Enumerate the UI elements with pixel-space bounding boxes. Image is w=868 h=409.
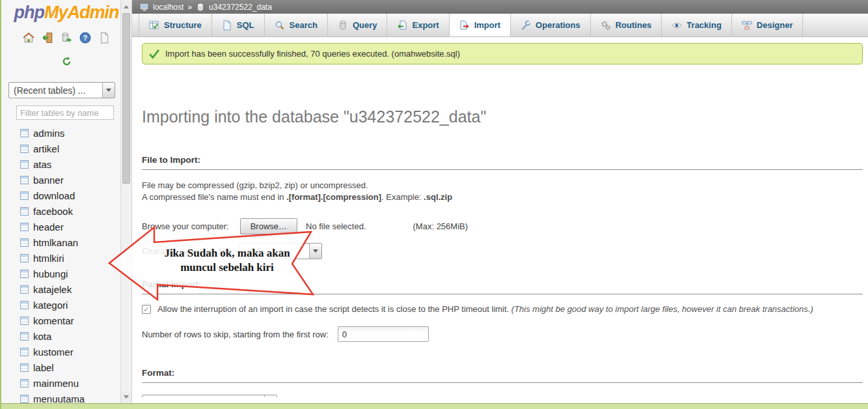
breadcrumb: localhost » u342372522_data <box>132 0 868 14</box>
sidebar-table-header[interactable]: header <box>1 219 131 234</box>
max-size-text: (Max: 256MiB) <box>413 221 468 231</box>
sidebar-table-kustomer[interactable]: kustomer <box>1 344 131 360</box>
success-message: Import has been successfully finished, 7… <box>142 43 863 64</box>
recent-tables-value: (Recent tables) ... <box>14 85 86 96</box>
phpmyadmin-window: phpMyAdmin ? (Recent tables) ... admins … <box>0 0 868 409</box>
tab-tracking[interactable]: Tracking <box>662 14 731 36</box>
sidebar-table-kota[interactable]: kota <box>1 328 131 344</box>
refresh-icon[interactable] <box>61 59 72 69</box>
breadcrumb-server[interactable]: localhost <box>153 3 183 12</box>
table-icon <box>20 363 29 372</box>
table-name: admins <box>33 128 64 139</box>
phpmyadmin-logo[interactable]: phpMyAdmin <box>1 0 131 23</box>
scroll-up-icon[interactable] <box>121 1 131 12</box>
tab-label: Designer <box>757 20 793 30</box>
file-import-notes: File may be compressed (gzip, bzip2, zip… <box>142 180 863 203</box>
database-export-icon[interactable] <box>61 32 72 46</box>
table-name: banner <box>33 175 64 186</box>
chevron-down-icon <box>309 244 321 259</box>
table-icon <box>20 145 29 153</box>
sidebar-scrollbar[interactable] <box>120 0 131 403</box>
browse-button[interactable]: Browse… <box>240 218 297 234</box>
table-name: kota <box>33 331 51 342</box>
recent-tables-select[interactable]: (Recent tables) ... <box>8 82 115 98</box>
structure-icon <box>149 20 159 31</box>
sidebar-table-hubungi[interactable]: hubungi <box>1 266 131 281</box>
charset-select[interactable]: utf-8 <box>239 243 322 259</box>
sidebar-table-atas[interactable]: atas <box>1 156 131 172</box>
table-name: facebook <box>33 206 73 217</box>
tab-designer[interactable]: Designer <box>732 14 804 36</box>
designer-icon <box>742 20 752 31</box>
import-icon <box>459 20 470 31</box>
sidebar-table-facebook[interactable]: facebook <box>1 203 131 219</box>
interrupt-checkbox-row: ✓ Allow the interruption of an import in… <box>142 304 863 314</box>
sidebar-table-komentar[interactable]: komentar <box>1 313 131 328</box>
routines-icon <box>601 20 611 31</box>
browse-label: Browse your computer: <box>142 221 229 231</box>
navigation-sidebar: phpMyAdmin ? (Recent tables) ... admins … <box>1 0 132 403</box>
table-name: hubungi <box>33 268 68 279</box>
sidebar-table-banner[interactable]: banner <box>1 172 131 188</box>
charset-value: utf-8 <box>245 246 262 256</box>
sidebar-table-label[interactable]: label <box>1 360 131 375</box>
sidebar-table-kategori[interactable]: kategori <box>1 297 131 313</box>
tab-search[interactable]: Search <box>265 14 328 36</box>
skip-rows-input[interactable] <box>338 326 429 342</box>
sidebar-table-htmlkanan[interactable]: htmlkanan <box>1 234 131 250</box>
tab-routines[interactable]: Routines <box>591 14 662 36</box>
table-icon <box>20 191 29 200</box>
interrupt-checkbox[interactable]: ✓ <box>142 305 151 314</box>
database-icon <box>196 3 205 12</box>
format-select[interactable]: SQL <box>142 395 277 397</box>
table-name: label <box>33 362 54 373</box>
no-file-text: No file selected. <box>306 221 366 231</box>
sidebar-table-katajelek[interactable]: katajelek <box>1 281 131 297</box>
table-icon <box>20 270 29 278</box>
tab-label: Routines <box>616 20 652 30</box>
tab-structure[interactable]: Structure <box>139 14 212 36</box>
success-text: Import has been successfully finished, 7… <box>165 49 460 59</box>
chevron-down-icon <box>264 395 277 397</box>
table-icon <box>20 317 29 325</box>
format-heading: Format: <box>142 368 863 383</box>
sidebar-table-mainmenu[interactable]: mainmenu <box>1 375 131 391</box>
partial-import-heading: Partial Import: <box>142 279 863 294</box>
frame-edge <box>0 0 1 409</box>
charset-label: Character set of the file: <box>142 246 232 256</box>
tab-import[interactable]: Import <box>450 14 511 36</box>
browse-row: Browse your computer: Browse… No file se… <box>142 218 863 234</box>
tab-label: Operations <box>536 20 580 30</box>
sidebar-table-download[interactable]: download <box>1 188 131 203</box>
table-icon <box>20 207 29 216</box>
tab-label: Search <box>290 20 318 30</box>
tab-query[interactable]: Query <box>328 14 388 36</box>
export-icon <box>397 20 407 31</box>
docs-icon[interactable] <box>98 32 110 46</box>
table-name: atas <box>33 159 51 170</box>
main-panel: localhost » u342372522_data Structure SQ… <box>132 0 868 403</box>
help-icon[interactable]: ? <box>79 32 91 46</box>
tab-export[interactable]: Export <box>387 14 449 36</box>
tab-label: Export <box>412 20 439 30</box>
tab-sql[interactable]: SQL <box>212 14 265 36</box>
scroll-down-icon[interactable] <box>121 391 131 402</box>
table-name: kustomer <box>33 346 74 358</box>
logout-icon[interactable] <box>42 32 53 46</box>
filter-tables-input[interactable] <box>16 106 114 120</box>
sql-icon <box>222 20 232 31</box>
table-list: admins artikel atas banner download face… <box>1 125 131 406</box>
home-icon[interactable] <box>23 32 34 46</box>
sidebar-table-htmlkiri[interactable]: htmlkiri <box>1 250 131 266</box>
table-name: komentar <box>33 315 74 326</box>
logo-myadmin: MyAdmin <box>44 3 119 22</box>
page-title: Importing into the database "u342372522_… <box>142 107 863 126</box>
breadcrumb-database[interactable]: u342372522_data <box>209 3 272 12</box>
sidebar-table-admins[interactable]: admins <box>1 125 131 141</box>
sidebar-table-artikel[interactable]: artikel <box>1 141 131 156</box>
tab-operations[interactable]: Operations <box>511 14 591 36</box>
table-icon <box>20 285 29 294</box>
tab-label: Import <box>474 20 500 30</box>
scrollbar-thumb[interactable] <box>122 13 130 184</box>
skip-rows-label: Number of rows to skip, starting from th… <box>142 330 329 339</box>
